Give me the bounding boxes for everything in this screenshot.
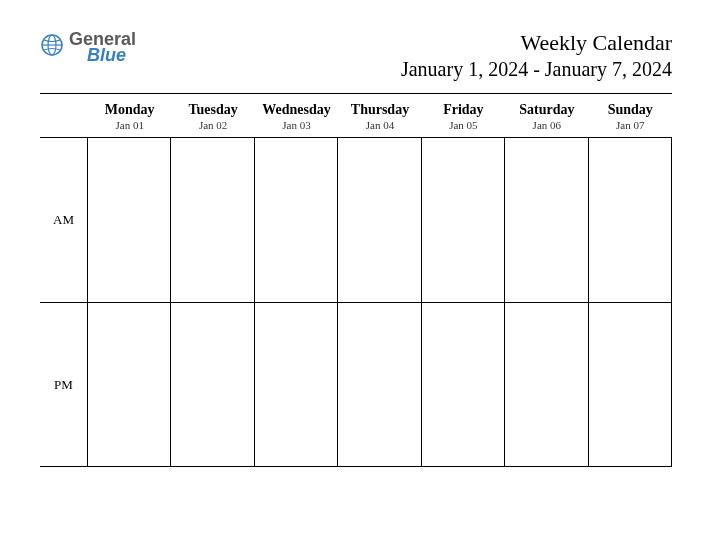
cell-pm-tue bbox=[171, 302, 254, 467]
day-header-tuesday: Tuesday Jan 02 bbox=[171, 102, 254, 131]
day-header-saturday: Saturday Jan 06 bbox=[505, 102, 588, 131]
cell-am-sat bbox=[505, 137, 588, 302]
cell-pm-mon bbox=[88, 302, 171, 467]
day-header-monday: Monday Jan 01 bbox=[88, 102, 171, 131]
day-headers: Monday Jan 01 Tuesday Jan 02 Wednesday J… bbox=[40, 94, 672, 137]
day-header-wednesday: Wednesday Jan 03 bbox=[255, 102, 338, 131]
cell-pm-thu bbox=[338, 302, 421, 467]
day-name: Saturday bbox=[505, 102, 588, 118]
date-range: January 1, 2024 - January 7, 2024 bbox=[401, 58, 672, 81]
cell-am-tue bbox=[171, 137, 254, 302]
calendar: Monday Jan 01 Tuesday Jan 02 Wednesday J… bbox=[40, 93, 672, 467]
day-header-sunday: Sunday Jan 07 bbox=[589, 102, 672, 131]
cell-pm-sun bbox=[589, 302, 672, 467]
cell-am-wed bbox=[255, 137, 338, 302]
day-date: Jan 04 bbox=[338, 119, 421, 131]
cell-pm-wed bbox=[255, 302, 338, 467]
day-name: Monday bbox=[88, 102, 171, 118]
day-header-friday: Friday Jan 05 bbox=[422, 102, 505, 131]
grid-row-pm: PM bbox=[40, 302, 672, 467]
calendar-grid: AM PM bbox=[40, 137, 672, 467]
cell-am-mon bbox=[88, 137, 171, 302]
spacer bbox=[40, 102, 88, 131]
logo-text-blue: Blue bbox=[87, 46, 136, 64]
cell-am-thu bbox=[338, 137, 421, 302]
day-date: Jan 03 bbox=[255, 119, 338, 131]
title-block: Weekly Calendar January 1, 2024 - Januar… bbox=[401, 30, 672, 81]
day-date: Jan 01 bbox=[88, 119, 171, 131]
day-name: Tuesday bbox=[171, 102, 254, 118]
day-name: Thursday bbox=[338, 102, 421, 118]
page-title: Weekly Calendar bbox=[401, 30, 672, 56]
cell-am-sun bbox=[589, 137, 672, 302]
globe-icon bbox=[40, 33, 64, 61]
day-name: Friday bbox=[422, 102, 505, 118]
logo: General Blue bbox=[40, 30, 136, 64]
header: General Blue Weekly Calendar January 1, … bbox=[40, 30, 672, 81]
cell-am-fri bbox=[422, 137, 505, 302]
day-date: Jan 02 bbox=[171, 119, 254, 131]
day-name: Sunday bbox=[589, 102, 672, 118]
period-label-am: AM bbox=[40, 137, 88, 302]
day-date: Jan 07 bbox=[589, 119, 672, 131]
cell-pm-sat bbox=[505, 302, 588, 467]
grid-row-am: AM bbox=[40, 137, 672, 302]
day-date: Jan 05 bbox=[422, 119, 505, 131]
day-date: Jan 06 bbox=[505, 119, 588, 131]
period-label-pm: PM bbox=[40, 302, 88, 467]
day-name: Wednesday bbox=[255, 102, 338, 118]
day-header-thursday: Thursday Jan 04 bbox=[338, 102, 421, 131]
cell-pm-fri bbox=[422, 302, 505, 467]
